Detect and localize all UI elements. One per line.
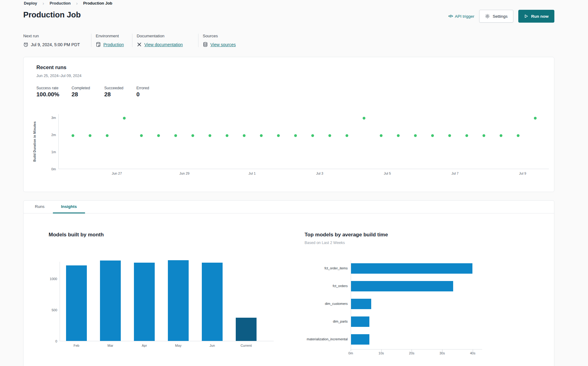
tab-bar: Runs Insights xyxy=(24,201,554,213)
month-bar-jun xyxy=(202,263,223,341)
run-dot[interactable] xyxy=(277,134,280,137)
environment-label: Environment xyxy=(96,34,128,38)
run-dot[interactable] xyxy=(311,134,314,137)
tab-runs[interactable]: Runs xyxy=(27,201,53,213)
model-bar-dim_parts xyxy=(351,316,369,327)
top-models-hbar-chart: fct_order_itemsfct_ordersdim_customersdi… xyxy=(351,260,482,349)
run-dot[interactable] xyxy=(123,117,126,120)
x-axis-line xyxy=(58,169,549,169)
run-dot[interactable] xyxy=(517,134,520,137)
api-trigger-link[interactable]: </> API trigger xyxy=(448,14,474,19)
x-tick-label: Jul 1 xyxy=(249,172,256,175)
run-dot[interactable] xyxy=(328,134,331,137)
stat-label: Succeeded xyxy=(104,86,136,90)
x-tick-label: 30s xyxy=(439,351,445,355)
model-label: dim_customers xyxy=(277,302,348,305)
next-run-label: Next run xyxy=(23,34,87,38)
run-dot[interactable] xyxy=(140,134,143,137)
y-tick-label: 3m xyxy=(44,116,56,120)
month-bar-current xyxy=(236,318,257,341)
top-models-chart-subtitle: Based on Last 2 Weeks xyxy=(305,241,345,245)
run-dot[interactable] xyxy=(534,117,537,120)
x-tick-label: Jun 29 xyxy=(179,172,190,175)
breadcrumb: Deploy › Production › Production Job xyxy=(24,1,112,6)
run-dot[interactable] xyxy=(500,134,502,137)
documentation-column: Documentation View documentation xyxy=(132,34,198,47)
run-dot[interactable] xyxy=(191,134,194,137)
run-dot[interactable] xyxy=(294,134,297,137)
run-now-label: Run now xyxy=(531,14,549,19)
database-icon xyxy=(96,42,101,47)
api-trigger-label: API trigger xyxy=(455,14,474,19)
run-dot[interactable] xyxy=(226,134,228,137)
run-now-button[interactable]: Run now xyxy=(518,10,554,23)
y-axis-line xyxy=(60,262,60,341)
run-dot[interactable] xyxy=(260,134,263,137)
model-label: fct_order_items xyxy=(277,266,348,270)
run-dot[interactable] xyxy=(243,134,246,137)
run-dot[interactable] xyxy=(209,134,211,137)
run-dot[interactable] xyxy=(465,134,468,137)
run-dot[interactable] xyxy=(363,117,365,120)
run-dot[interactable] xyxy=(346,134,348,137)
tab-insights[interactable]: Insights xyxy=(53,201,85,213)
stat-errored: Errored 0 xyxy=(136,86,149,98)
stat-success-rate: Success rate 100.00% xyxy=(36,86,72,98)
x-tick-label: 0m xyxy=(348,351,353,355)
y-axis-line xyxy=(58,114,59,169)
insights-card: Runs Insights Models built by month 0500… xyxy=(23,200,554,366)
stat-succeeded: Succeeded 28 xyxy=(104,86,136,98)
page-title: Production Job xyxy=(23,10,81,20)
view-sources-link[interactable]: View sources xyxy=(210,42,236,47)
stat-value: 28 xyxy=(104,91,136,98)
y-tick-label: 2m xyxy=(44,133,56,137)
run-dot[interactable] xyxy=(174,134,177,137)
breadcrumb-deploy[interactable]: Deploy xyxy=(24,1,37,6)
x-tick-label: Mar xyxy=(108,344,113,347)
next-run-value: Jul 9, 2024, 5:00 PM PDT xyxy=(31,42,80,47)
environment-link[interactable]: Production xyxy=(103,42,124,47)
models-built-chart-title: Models built by month xyxy=(49,232,104,238)
run-dot[interactable] xyxy=(72,134,74,137)
code-icon: </> xyxy=(448,14,453,18)
x-axis-line xyxy=(60,341,274,341)
documentation-label: Documentation xyxy=(137,34,194,38)
month-bar-may xyxy=(168,260,189,341)
environment-column: Environment Production xyxy=(91,34,132,47)
run-dot[interactable] xyxy=(397,134,400,137)
dbt-logo-icon xyxy=(137,42,142,47)
scatter-y-axis-label: Build Duration in Minutes xyxy=(33,114,37,169)
run-dot[interactable] xyxy=(157,134,160,137)
run-dot[interactable] xyxy=(414,134,417,137)
run-dot[interactable] xyxy=(380,134,383,137)
stat-label: Success rate xyxy=(36,86,72,90)
y-tick-label: 1000 xyxy=(46,277,57,281)
run-dot[interactable] xyxy=(89,134,91,137)
recent-runs-title: Recent runs xyxy=(36,65,66,71)
view-documentation-link[interactable]: View documentation xyxy=(144,42,183,47)
model-bar-fct_order_items xyxy=(351,263,472,274)
run-dot[interactable] xyxy=(448,134,451,137)
settings-button[interactable]: Settings xyxy=(479,10,513,23)
sources-column: Sources View sources xyxy=(198,34,240,47)
model-label: materialization_incremental xyxy=(277,337,348,341)
header-actions: </> API trigger Settings Run now xyxy=(448,10,554,23)
month-bar-mar xyxy=(100,261,121,341)
y-tick-label: 1m xyxy=(44,150,56,154)
model-bar-dim_customers xyxy=(351,299,371,309)
breadcrumb-production[interactable]: Production xyxy=(50,1,71,6)
y-tick-label: 500 xyxy=(46,308,57,312)
run-dot[interactable] xyxy=(483,134,485,137)
run-dot[interactable] xyxy=(106,134,109,137)
x-tick-label: Jul 9 xyxy=(519,172,526,175)
model-bar-materialization_incremental xyxy=(351,334,369,345)
top-models-chart-title: Top models by average build time xyxy=(305,232,388,238)
breadcrumb-production-job: Production Job xyxy=(83,1,112,6)
month-bar-apr xyxy=(134,263,155,341)
y-tick-label: 0 xyxy=(46,339,57,343)
x-tick-label: Jul 5 xyxy=(384,172,391,175)
run-dot[interactable] xyxy=(431,134,434,137)
x-tick-label: Apr xyxy=(142,344,147,347)
x-tick-label: Jul 7 xyxy=(451,172,458,175)
job-info-row: Next run Jul 9, 2024, 5:00 PM PDT Enviro… xyxy=(23,34,240,47)
